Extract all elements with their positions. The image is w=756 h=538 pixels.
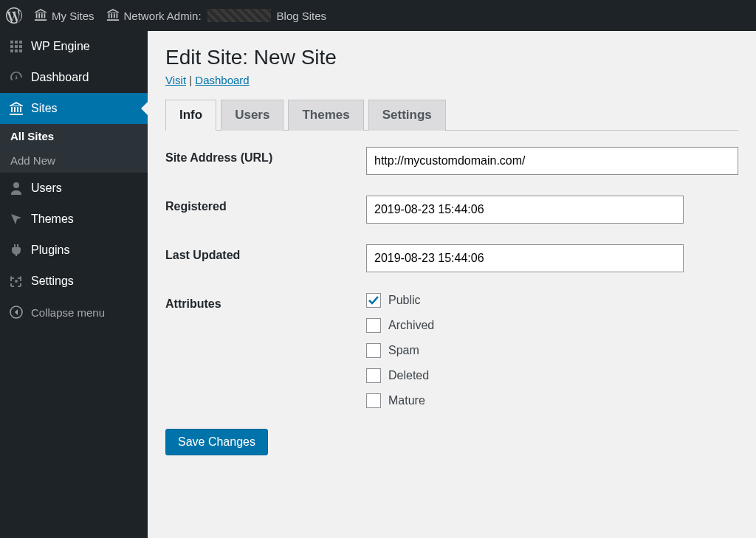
svg-rect-4 xyxy=(15,45,18,48)
network-admin-label: Network Admin: xyxy=(124,10,202,22)
checkbox-deleted[interactable] xyxy=(366,368,381,383)
svg-rect-0 xyxy=(10,41,13,44)
nav-tabs: Info Users Themes Settings xyxy=(165,100,738,131)
users-icon xyxy=(9,181,24,196)
label-last-updated: Last Updated xyxy=(165,244,366,262)
attr-public-label: Public xyxy=(388,294,421,307)
checkbox-spam[interactable] xyxy=(366,343,381,358)
menu-plugins-label: Plugins xyxy=(31,244,69,257)
menu-settings[interactable]: Settings xyxy=(0,266,148,297)
dashboard-icon xyxy=(9,70,24,85)
network-site-suffix: Blog Sites xyxy=(277,10,327,22)
attr-archived-label: Archived xyxy=(388,319,434,332)
mysites-label: My Sites xyxy=(52,10,94,22)
edit-site-form: Site Address (URL) Registered Last Updat… xyxy=(165,147,738,455)
menu-sites-label: Sites xyxy=(31,102,58,115)
attr-deleted-label: Deleted xyxy=(388,369,429,382)
menu-dashboard[interactable]: Dashboard xyxy=(0,62,148,93)
input-last-updated[interactable] xyxy=(366,244,684,272)
svg-rect-5 xyxy=(19,45,22,48)
tab-users[interactable]: Users xyxy=(221,100,284,131)
checkbox-mature[interactable] xyxy=(366,393,381,408)
save-button[interactable]: Save Changes xyxy=(165,429,268,455)
svg-rect-3 xyxy=(10,45,13,48)
input-site-address[interactable] xyxy=(366,147,738,175)
collapse-icon xyxy=(9,305,24,320)
network-admin-link[interactable]: Network Admin: Blog Sites xyxy=(106,8,327,24)
plugins-icon xyxy=(9,243,24,258)
svg-rect-2 xyxy=(19,41,22,44)
label-site-address: Site Address (URL) xyxy=(165,147,366,165)
submenu-all-sites[interactable]: All Sites xyxy=(0,124,148,148)
page-title: Edit Site: New Site xyxy=(165,46,738,69)
themes-icon xyxy=(9,212,24,227)
svg-rect-8 xyxy=(19,49,22,52)
tab-settings[interactable]: Settings xyxy=(368,100,446,131)
attr-spam-label: Spam xyxy=(388,344,419,357)
dashboard-link[interactable]: Dashboard xyxy=(195,74,249,86)
svg-rect-6 xyxy=(10,49,13,52)
menu-users[interactable]: Users xyxy=(0,173,148,204)
admin-toolbar: My Sites Network Admin: Blog Sites xyxy=(0,0,756,31)
wordpress-logo[interactable] xyxy=(6,7,22,24)
attr-spam[interactable]: Spam xyxy=(366,343,738,358)
menu-sites[interactable]: Sites xyxy=(0,93,148,124)
menu-plugins[interactable]: Plugins xyxy=(0,235,148,266)
menu-themes-label: Themes xyxy=(31,213,74,226)
attr-deleted[interactable]: Deleted xyxy=(366,368,738,383)
menu-dashboard-label: Dashboard xyxy=(31,71,89,84)
attr-mature-label: Mature xyxy=(388,394,425,407)
checkbox-public[interactable] xyxy=(366,293,381,308)
menu-users-label: Users xyxy=(31,182,62,195)
submenu-add-new[interactable]: Add New xyxy=(0,148,148,173)
svg-rect-7 xyxy=(15,49,18,52)
svg-rect-1 xyxy=(15,41,18,44)
menu-wpengine[interactable]: WP Engine xyxy=(0,31,148,62)
subactions: Visit | Dashboard xyxy=(165,74,738,86)
attr-public[interactable]: Public xyxy=(366,293,738,308)
attr-mature[interactable]: Mature xyxy=(366,393,738,408)
redacted-sitename xyxy=(207,9,271,22)
main-content: Edit Site: New Site Visit | Dashboard In… xyxy=(148,31,756,538)
menu-settings-label: Settings xyxy=(31,275,74,288)
collapse-menu[interactable]: Collapse menu xyxy=(0,297,148,328)
mysites-link[interactable]: My Sites xyxy=(34,8,94,24)
menu-themes[interactable]: Themes xyxy=(0,204,148,235)
checkbox-archived[interactable] xyxy=(366,318,381,333)
menu-wpengine-label: WP Engine xyxy=(31,40,90,53)
tab-themes[interactable]: Themes xyxy=(288,100,363,131)
tab-info[interactable]: Info xyxy=(165,100,216,131)
admin-sidebar: WP Engine Dashboard Sites All Sites Add … xyxy=(0,31,148,538)
attr-archived[interactable]: Archived xyxy=(366,318,738,333)
visit-link[interactable]: Visit xyxy=(165,74,186,86)
wpengine-icon xyxy=(9,39,24,54)
submenu-sites: All Sites Add New xyxy=(0,124,148,173)
collapse-label: Collapse menu xyxy=(31,306,105,319)
input-registered[interactable] xyxy=(366,196,684,224)
sites-icon xyxy=(9,101,24,116)
label-registered: Registered xyxy=(165,196,366,213)
settings-icon xyxy=(9,274,24,289)
label-attributes: Attributes xyxy=(165,293,366,311)
